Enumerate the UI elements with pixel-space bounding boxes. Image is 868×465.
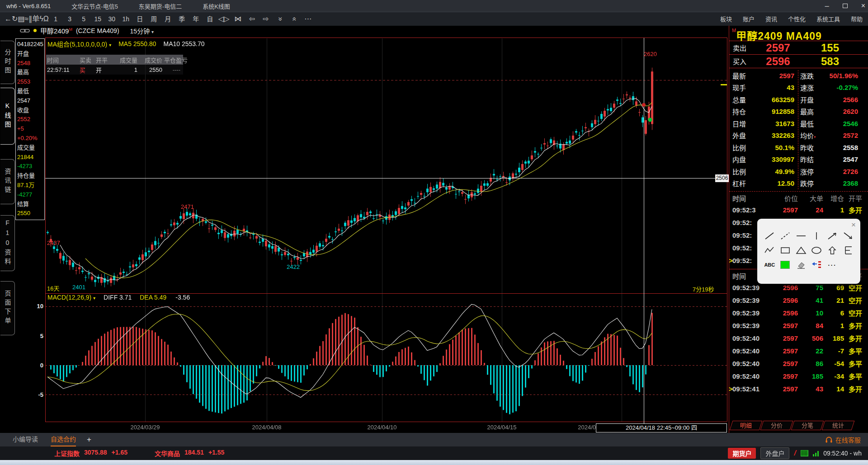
trade-record-float-table[interactable]: 时间 买卖 开平 成交量 成交价 平仓盈亏 22:57:11 买 开 1 255… [46, 55, 183, 75]
close-icon[interactable]: × [851, 221, 856, 230]
toolbar-icon[interactable]: ▤ [18, 15, 24, 23]
link-icon[interactable] [20, 28, 30, 33]
tick-row: 09:52:39 2596 10 6 空开 [729, 306, 868, 319]
data-line: 2552 [17, 115, 44, 124]
ask-row[interactable]: 卖出 2597 155 [729, 41, 868, 55]
arrow-line-up-tool[interactable] [826, 230, 839, 241]
period-button[interactable]: 年 [189, 12, 203, 26]
bid-price: 2596 [751, 55, 805, 68]
toolbar-icon[interactable]: ← [5, 15, 12, 23]
sidebar-tab-f10[interactable]: F10资料 [0, 215, 15, 271]
menu-item[interactable]: 个性化 [788, 14, 806, 23]
triangle-tool[interactable] [794, 245, 808, 256]
period-selector[interactable]: 15分钟 ▾ [130, 26, 154, 35]
tab-price-dist[interactable]: 分价 [760, 421, 793, 430]
status-dot-icon [33, 29, 37, 32]
macd-ytick: -5 [33, 391, 43, 398]
sidebar-tab-minute-chart[interactable]: 分时图 [0, 41, 15, 84]
macd-dea: DEA 5.49 [140, 294, 166, 301]
toolbar-icon[interactable]: ϟ [39, 15, 43, 23]
horizontal-line-tool[interactable] [794, 230, 808, 241]
menu-item[interactable]: 资讯 [765, 14, 777, 23]
sidebar-tab-page-order[interactable]: 页面下单 [0, 281, 15, 335]
window-tab-cloud[interactable]: 文华云节点-电信5 [71, 2, 118, 10]
toolbar-nav-icon[interactable]: ◁▷ [217, 12, 231, 26]
color-swatch[interactable] [778, 259, 792, 270]
macd-selector[interactable]: MACD(12,26,9) ▾ [47, 294, 95, 301]
tab-stats[interactable]: 统计 [822, 421, 855, 430]
minimize-button[interactable]: ─ [825, 3, 829, 9]
fib-retracement-tool[interactable] [810, 259, 823, 270]
rectangle-tool[interactable] [778, 245, 792, 256]
macd-diff: DIFF 3.71 [104, 294, 132, 301]
toolbar-icon[interactable]: 单 [32, 15, 39, 23]
period-button[interactable]: 1 [49, 12, 63, 26]
data-line: 2547 [17, 96, 44, 106]
line-tool[interactable] [763, 230, 776, 241]
add-tab-button[interactable]: + [87, 435, 91, 444]
period-button[interactable]: 自 [203, 12, 217, 26]
detail-tabs: 明细 分价 分笔 统计 [731, 421, 853, 430]
quote-grid-row: 日增31673 最低 2546 [729, 117, 868, 130]
period-button[interactable]: 5 [77, 12, 91, 26]
x-axis-label: 2024/04/08 [252, 424, 281, 431]
eraser-tool[interactable] [794, 259, 808, 270]
online-service[interactable]: 在线客服 [825, 433, 861, 446]
ellipse-tool[interactable] [810, 245, 823, 256]
wenhua-index[interactable]: 文华商品184.51+1.55 [155, 449, 224, 458]
tick-row: >09:52:41 2597 43 14 多开 [729, 382, 868, 395]
menu-item[interactable]: 系统工具 [816, 14, 840, 23]
menu-item[interactable]: 帮助 [851, 14, 863, 23]
data-line: +5 [17, 124, 44, 134]
tab-watchlist[interactable]: 自选合约 [51, 433, 76, 446]
menu-item[interactable]: 账户 [743, 14, 755, 23]
toolbar-nav-icon[interactable]: ⋈ [231, 12, 245, 26]
toolbar-nav-icon[interactable]: » [287, 12, 301, 26]
window-tab-broker[interactable]: 东吴期货-电信二 [139, 2, 182, 10]
ohlc-data-panel: 04182245开盘2548最高2553最低2547收盘2552+5+0.20%… [15, 38, 45, 220]
toolbar-nav-icon[interactable]: ⇦ [245, 12, 259, 26]
ma-indicator-selector[interactable]: MA组合(5,10,0,0,0,0) ▾ [47, 39, 111, 48]
period-button[interactable]: 3 [63, 12, 77, 26]
toolbar-nav-icon[interactable]: ⇨ [259, 12, 273, 26]
polyline-tool[interactable] [763, 245, 776, 256]
toolbar-icon[interactable]: Ω [43, 15, 49, 23]
hollow-arrow-up-tool[interactable] [826, 245, 839, 256]
more-tools[interactable]: ··· [826, 259, 839, 270]
period-button[interactable]: 季 [175, 12, 189, 26]
vertical-line-tool[interactable] [810, 230, 823, 241]
period-button[interactable]: 30 [105, 12, 119, 26]
futures-account-button[interactable]: 期货户 [728, 448, 756, 459]
data-line: 开盘 [17, 49, 44, 59]
sse-index[interactable]: 上证指数3075.88+1.65 [54, 449, 127, 458]
sidebar-tab-kline-chart[interactable]: K线图 [0, 88, 15, 145]
toolbar-nav-icon[interactable]: ⋯ [301, 12, 315, 26]
quote-grid-row: 杠杆12.50 跌停 2368 [729, 178, 868, 190]
sidebar-tab-news[interactable]: 资讯链 [0, 159, 15, 204]
toolbar-icon[interactable]: ↻ [12, 15, 18, 23]
arrow-line-down-tool[interactable] [841, 230, 855, 241]
chart-price-label: 2471 [181, 203, 194, 210]
window-tab-kline[interactable]: 系统K线图 [203, 2, 230, 10]
tab-editor-digest[interactable]: 小编导读 [13, 433, 38, 446]
tab-tick[interactable]: 分笔 [791, 421, 824, 430]
toolbar-nav-icon[interactable]: « [273, 12, 287, 26]
dashed-line-tool[interactable] [778, 230, 792, 241]
text-tool[interactable]: ABC [763, 259, 776, 270]
maximize-button[interactable] [843, 4, 848, 8]
period-button[interactable]: 1h [119, 12, 133, 26]
tab-detail[interactable]: 明细 [730, 421, 763, 430]
period-button[interactable]: 周 [147, 12, 161, 26]
x-axis-label: 2024/04/15 [487, 424, 516, 431]
menu-item[interactable]: 板块 [720, 14, 732, 23]
overseas-account-button[interactable]: 外盘户 [760, 447, 789, 459]
bid-row[interactable]: 买入 2596 583 [729, 55, 868, 68]
close-button[interactable]: × [861, 2, 865, 10]
period-button[interactable]: 日 [133, 12, 147, 26]
period-button[interactable]: 月 [161, 12, 175, 26]
kline-chart-canvas[interactable] [45, 35, 729, 433]
toolbar-icon[interactable]: ≈ [25, 15, 29, 23]
big-order-table-header: 时间 价位 大单 增仓 开平 [729, 193, 868, 203]
gann-line-tool[interactable] [841, 245, 855, 256]
period-button[interactable]: 15 [91, 12, 105, 26]
